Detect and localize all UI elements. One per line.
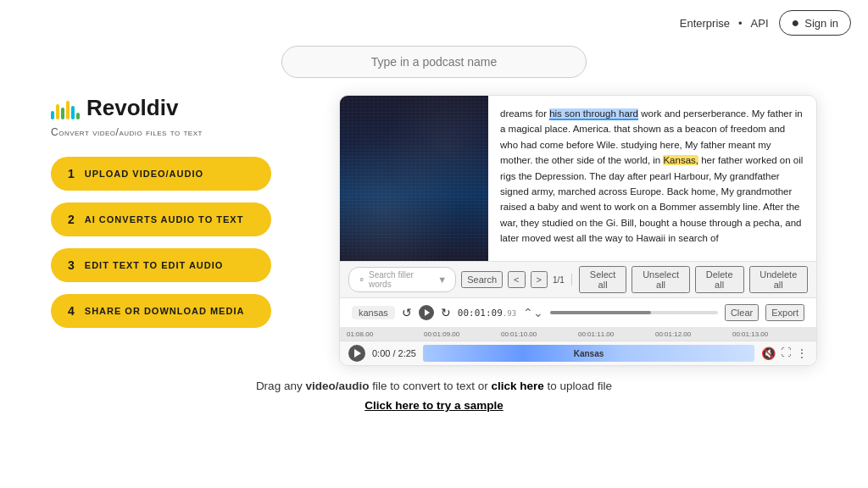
logo-icon — [51, 97, 80, 119]
clear-button[interactable]: Clear — [725, 304, 759, 321]
step-number: 2 — [68, 213, 75, 226]
search-counter: 1/1 — [553, 275, 565, 285]
editor-area: dreams for his son through hard work and… — [340, 96, 816, 261]
filler-words-search[interactable]: ⚬ Search filler words ▼ — [348, 267, 456, 292]
step-label: Edit Text to Edit Audio — [85, 260, 224, 270]
step-label: AI Converts Audio to Text — [85, 214, 244, 225]
playbar-icons: 🔇 ⛶ ⋮ — [761, 347, 808, 360]
waveform-label: Kansas — [574, 349, 604, 358]
more-options-icon[interactable]: ⋮ — [796, 347, 808, 360]
nav-next-button[interactable]: > — [531, 271, 548, 288]
editor-toolbar: ⚬ Search filler words ▼ Search < > 1/1 S… — [340, 261, 816, 298]
filler-words-placeholder: Search filler words — [369, 270, 434, 289]
search-circle-icon: ⚬ — [358, 274, 365, 286]
drag-text: Drag any — [256, 380, 306, 392]
api-link[interactable]: API — [751, 17, 769, 30]
logo-bar — [51, 111, 54, 119]
timeline-mark: 00:01:09.00 — [424, 330, 501, 338]
mute-icon[interactable]: 🔇 — [761, 347, 776, 360]
click-here-link[interactable]: click here — [492, 380, 544, 392]
timeline: 01:08.0000:01:09.0000:01:10.0000:01:11.0… — [340, 328, 816, 341]
timeline-mark: 01:08.00 — [347, 330, 424, 338]
audio-progress-bar[interactable] — [550, 311, 718, 314]
select-all-button[interactable]: Select all — [579, 266, 627, 293]
timeline-ruler: 01:08.0000:01:09.0000:01:10.0000:01:11.0… — [340, 330, 816, 338]
waveform-display[interactable]: Kansas — [423, 345, 754, 362]
progress-fill — [550, 311, 651, 314]
editor-panel: dreams for his son through hard work and… — [339, 95, 817, 366]
playbar-time: 0:00 / 2:25 — [372, 348, 416, 358]
header-nav: Enterprise • API — [680, 17, 769, 30]
undelete-all-button[interactable]: Undelete all — [749, 266, 808, 293]
step-number: 4 — [68, 304, 75, 318]
timeline-mark: 00:01:10.00 — [501, 330, 578, 338]
enterprise-link[interactable]: Enterprise — [680, 17, 730, 30]
timeline-mark: 00:01:13.00 — [732, 330, 810, 338]
logo-bar — [76, 113, 80, 119]
step-label: Upload Video/Audio — [85, 169, 203, 179]
account-icon: ● — [792, 15, 800, 30]
step-number: 3 — [68, 258, 75, 272]
search-button[interactable]: Search — [461, 271, 503, 288]
bottom-section: Drag any video/audio file to convert to … — [0, 380, 868, 412]
play-button[interactable] — [419, 305, 434, 320]
header-dot: • — [738, 17, 743, 30]
step-label: Share or Download Media — [85, 306, 245, 316]
header: Enterprise • API ● Sign in — [0, 0, 868, 46]
left-panel: Revoldiv Convert video/audio files to te… — [51, 95, 305, 340]
main-content: Revoldiv Convert video/audio files to te… — [0, 95, 868, 366]
rewind-icon[interactable]: ↺ — [402, 307, 412, 319]
transcript-text[interactable]: dreams for his son through hard work and… — [488, 96, 816, 261]
highlighted-text-blue: his son through hard — [549, 108, 638, 120]
fast-forward-icon[interactable]: ↻ — [441, 307, 451, 319]
pitch-icon: ⌃⌄ — [523, 306, 543, 319]
playbar: 0:00 / 2:25 Kansas 🔇 ⛶ ⋮ — [340, 341, 816, 365]
crowd-image — [340, 96, 488, 261]
step-number: 1 — [68, 167, 75, 180]
drag-end: to upload file — [544, 380, 612, 392]
timeline-mark: 00:01:12.00 — [655, 330, 732, 338]
logo-row: Revoldiv — [51, 95, 305, 121]
step-2-button[interactable]: 2AI Converts Audio to Text — [51, 202, 271, 236]
step-1-button[interactable]: 1Upload Video/Audio — [51, 157, 271, 191]
toolbar-divider — [571, 274, 572, 286]
sample-link[interactable]: Click here to try a sample — [0, 399, 868, 412]
fullscreen-icon[interactable]: ⛶ — [781, 347, 791, 360]
logo-bar — [71, 106, 75, 119]
app-title: Revoldiv — [86, 95, 178, 121]
timeline-mark: 00:01:11.00 — [578, 330, 655, 338]
drag-bold: video/audio — [305, 380, 369, 392]
segment-label: kansas — [352, 306, 395, 319]
app-subtitle: Convert video/audio files to text — [51, 126, 305, 138]
search-container — [0, 46, 868, 78]
step-3-button[interactable]: 3Edit Text to Edit Audio — [51, 248, 271, 282]
audio-controls: kansas ↺ ↻ 00:01:09.93 ⌃⌄ Clear Export — [340, 298, 816, 328]
chevron-down-icon: ▼ — [437, 274, 447, 285]
playbar-play-button[interactable] — [348, 345, 365, 362]
delete-all-button[interactable]: Delete all — [695, 266, 744, 293]
sign-in-button[interactable]: ● Sign in — [779, 10, 851, 36]
podcast-search-input[interactable] — [281, 46, 587, 78]
time-display: 00:01:09.93 — [458, 308, 516, 319]
step-4-button[interactable]: 4Share or Download Media — [51, 294, 271, 328]
highlighted-text-yellow: Kansas, — [663, 155, 698, 165]
logo-bar — [56, 104, 59, 119]
export-button[interactable]: Export — [765, 304, 804, 321]
logo-bar — [61, 108, 64, 119]
sign-in-label: Sign in — [804, 17, 838, 30]
nav-prev-button[interactable]: < — [508, 271, 525, 288]
media-thumbnail — [340, 96, 488, 261]
drag-middle: file to convert to text or — [369, 380, 491, 392]
logo-bar — [66, 101, 70, 119]
unselect-all-button[interactable]: Unselect all — [632, 266, 689, 293]
